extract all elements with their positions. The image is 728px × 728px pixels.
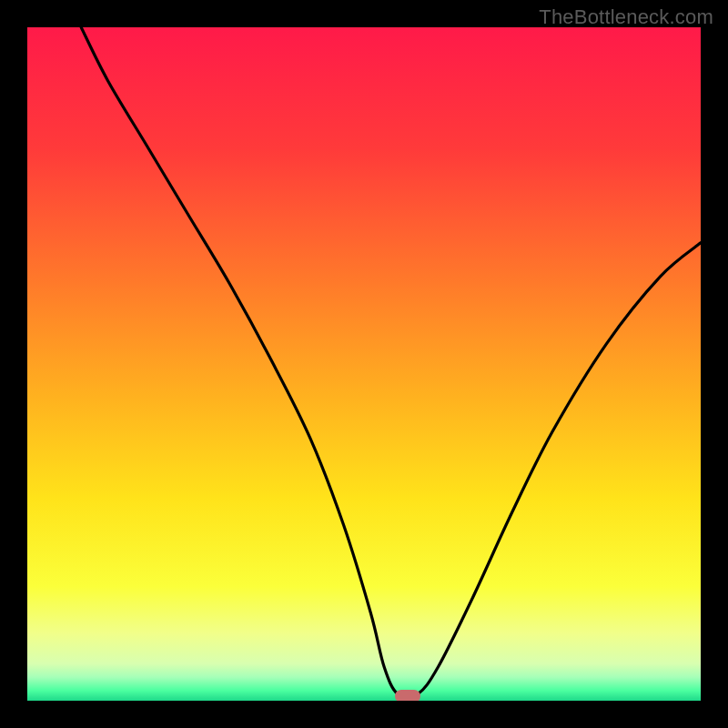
chart-frame: TheBottleneck.com [0,0,728,728]
watermark-text: TheBottleneck.com [539,5,713,29]
plot-area [27,27,701,701]
optimum-marker [395,690,420,701]
bottleneck-curve [27,27,701,701]
